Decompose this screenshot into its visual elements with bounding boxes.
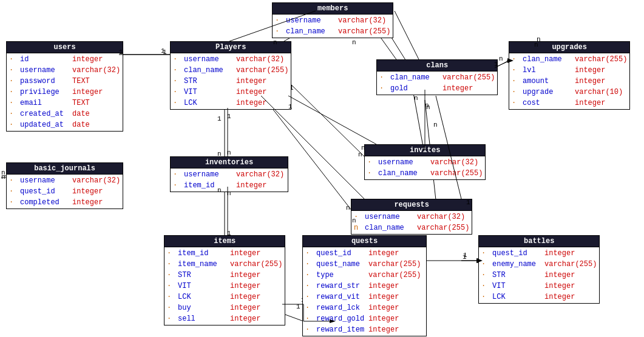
pk-indicator: · bbox=[512, 98, 519, 108]
pk-indicator: · bbox=[9, 186, 16, 197]
col-type: integer bbox=[236, 76, 266, 87]
table-row: · reward_item integer bbox=[305, 324, 424, 335]
cardinality-label: n bbox=[425, 102, 429, 109]
col-type: integer bbox=[368, 302, 399, 313]
table-row: · VIT integer bbox=[173, 87, 288, 98]
pk-indicator: · bbox=[512, 87, 519, 98]
table-row: · STR integer bbox=[173, 76, 288, 87]
col-name: quest_id bbox=[20, 186, 69, 197]
col-type: integer bbox=[544, 281, 575, 292]
col-name: created_at bbox=[20, 108, 69, 119]
col-type: varchar(255) bbox=[430, 168, 483, 179]
col-name: STR bbox=[178, 270, 226, 281]
col-type: varchar(255) bbox=[575, 54, 627, 65]
table-row: · quest_id integer bbox=[305, 248, 424, 259]
pk-indicator: · bbox=[167, 270, 174, 281]
table-row: · upgrade varchar(10) bbox=[512, 87, 627, 98]
col-type: integer bbox=[368, 292, 399, 302]
col-type: integer bbox=[72, 54, 103, 65]
col-type: integer bbox=[236, 98, 266, 108]
pk-indicator: · bbox=[305, 270, 313, 281]
pk-indicator: · bbox=[512, 76, 519, 87]
pk-indicator: · bbox=[9, 119, 16, 130]
col-name: upgrade bbox=[523, 87, 571, 98]
table-row: · clan_name varchar(255) bbox=[173, 65, 288, 76]
table-row: · quest_name varchar(255) bbox=[305, 259, 424, 270]
pk-indicator: · bbox=[173, 98, 180, 108]
table-row: · privilege integer bbox=[9, 87, 120, 98]
cardinality-label: 1 bbox=[422, 144, 427, 152]
col-type: integer bbox=[230, 270, 260, 281]
table-row: · amount integer bbox=[512, 76, 627, 87]
table-inventories-body: · username varchar(32) · item_id integer bbox=[171, 168, 288, 192]
col-type: integer bbox=[236, 87, 266, 98]
table-row: · username varchar(32) bbox=[354, 212, 469, 222]
col-type: varchar(32) bbox=[236, 54, 284, 65]
col-type: varchar(32) bbox=[236, 169, 284, 180]
table-row: · VIT integer bbox=[167, 281, 282, 292]
pk-indicator: · bbox=[9, 65, 16, 76]
pk-indicator: · bbox=[275, 26, 282, 37]
pk-indicator: · bbox=[305, 281, 313, 292]
col-type: integer bbox=[72, 87, 103, 98]
table-upgrades-header: upgrades bbox=[509, 42, 629, 53]
pk-indicator: · bbox=[379, 72, 387, 83]
col-name: username bbox=[20, 175, 69, 186]
col-name: username bbox=[184, 169, 232, 180]
col-type: integer bbox=[544, 248, 575, 259]
col-name: amount bbox=[523, 76, 571, 87]
table-row: · reward_lck integer bbox=[305, 302, 424, 313]
table-clans: clans · clan_name varchar(255) · gold in… bbox=[376, 59, 498, 95]
cardinality-label: 1 bbox=[119, 48, 123, 56]
pk-indicator: · bbox=[173, 169, 180, 180]
col-type: integer bbox=[368, 281, 399, 292]
table-row: · reward_vit integer bbox=[305, 292, 424, 302]
col-name: VIT bbox=[184, 87, 232, 98]
table-row: · STR integer bbox=[481, 270, 597, 281]
col-type: integer bbox=[72, 197, 103, 208]
table-row: · username varchar(32) bbox=[9, 175, 120, 186]
table-battles: battles · quest_id integer · enemy_name … bbox=[478, 235, 600, 304]
table-inventories-header: inventories bbox=[171, 157, 288, 168]
table-members: members · username varchar(32) · clan_na… bbox=[272, 2, 393, 38]
cardinality-label: 1 bbox=[217, 115, 222, 122]
col-type: integer bbox=[544, 270, 575, 281]
col-name: quest_id bbox=[316, 248, 365, 259]
cardinality-label: 1 bbox=[288, 103, 293, 110]
col-name: quest_name bbox=[316, 259, 365, 270]
table-row: · username varchar(32) bbox=[173, 169, 285, 180]
cardinality-label: 1 bbox=[296, 303, 300, 310]
svg-text:n: n bbox=[346, 204, 350, 212]
col-type: date bbox=[72, 119, 90, 130]
col-type: varchar(255) bbox=[417, 222, 469, 233]
table-row: · quest_id integer bbox=[481, 248, 597, 259]
col-name: clan_name bbox=[184, 65, 232, 76]
col-name: item_id bbox=[178, 248, 226, 259]
pk-indicator: · bbox=[481, 281, 489, 292]
col-type: varchar(32) bbox=[72, 65, 120, 76]
pk-indicator: · bbox=[9, 76, 16, 87]
col-name: lvl bbox=[523, 65, 571, 76]
pk-indicator: · bbox=[481, 292, 489, 302]
svg-line-29 bbox=[261, 94, 352, 211]
col-name: enemy_name bbox=[492, 259, 541, 270]
col-type: TEXT bbox=[72, 98, 90, 108]
pk-indicator: · bbox=[305, 248, 313, 259]
pk-indicator: · bbox=[167, 248, 174, 259]
table-row: · created_at date bbox=[9, 108, 120, 119]
table-quests: quests · quest_id integer · quest_name v… bbox=[302, 235, 427, 336]
col-name: username bbox=[365, 212, 413, 222]
pk-indicator: · bbox=[167, 313, 174, 324]
svg-text:n: n bbox=[499, 55, 503, 62]
table-users-body: · id integer · username varchar(32) · pa… bbox=[7, 53, 123, 131]
col-type: TEXT bbox=[72, 76, 90, 87]
col-type: varchar(255) bbox=[544, 259, 597, 270]
table-basic-journals: basic_journals · username varchar(32) · … bbox=[6, 162, 123, 209]
table-row: · sell integer bbox=[167, 313, 282, 324]
pk-indicator: · bbox=[305, 324, 313, 335]
col-type: varchar(255) bbox=[368, 270, 421, 281]
table-row: · email TEXT bbox=[9, 98, 120, 108]
canvas: 1 1 1 n n 1 1 n 1 n n 1 1 n n 1 bbox=[0, 0, 644, 337]
table-quests-body: · quest_id integer · quest_name varchar(… bbox=[303, 247, 426, 336]
pk-indicator: · bbox=[173, 76, 180, 87]
